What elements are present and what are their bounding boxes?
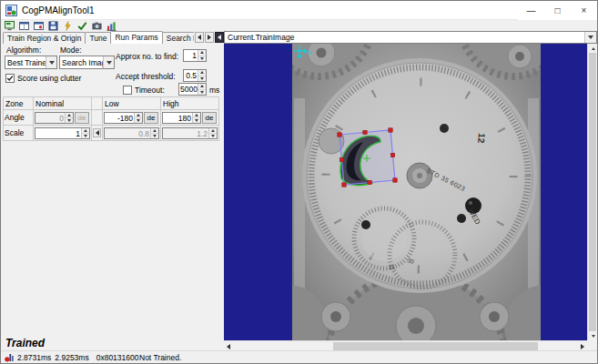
chevron-down-icon — [200, 77, 204, 80]
approx-count-spinner[interactable]: 1 — [183, 49, 207, 62]
chevron-up-icon — [592, 47, 595, 50]
cogpmalign-tool-window: CogPMAlignTool1 — □ × — [0, 0, 598, 364]
image-display-viewport[interactable]: 12 WED STD 35 6023 30 31 — [224, 44, 597, 350]
chevron-down-icon — [137, 119, 140, 122]
spin-down-button — [151, 134, 158, 138]
chevron-up-icon — [211, 129, 215, 132]
scale-high-spinner: 1.2 — [162, 127, 218, 139]
scroll-down-button[interactable] — [588, 331, 597, 340]
zone-row-label: Scale — [4, 126, 33, 140]
angle-high-spinner[interactable]: 180 — [162, 112, 201, 124]
status-result-code: 0x80131600 — [96, 353, 139, 362]
image-source-select[interactable]: Current.TrainImage — [224, 31, 597, 44]
scale-link-cell — [92, 126, 102, 140]
algorithm-dropdown-button[interactable] — [46, 56, 56, 68]
tab-scroll-right-button[interactable] — [205, 32, 214, 43]
caption-buttons: — □ × — [518, 1, 597, 20]
spin-down-button[interactable] — [198, 90, 206, 96]
minimize-button[interactable]: — — [518, 1, 544, 20]
chevron-down-icon — [211, 135, 215, 137]
save-icon[interactable] — [47, 21, 58, 31]
angle-low-spinner[interactable]: -180 — [104, 112, 143, 124]
close-button[interactable]: × — [571, 1, 597, 20]
tab-run-params[interactable]: Run Params — [110, 31, 162, 44]
dial-text-day: 12 — [476, 133, 487, 144]
zone-table-header: Zone — [4, 97, 33, 109]
timeout-value: 5000 — [179, 84, 198, 95]
chevron-up-icon — [200, 85, 204, 87]
train-image-display[interactable]: 12 WED STD 35 6023 30 31 — [292, 44, 541, 342]
watch-face-image: 12 WED STD 35 6023 30 31 — [292, 44, 541, 342]
tab-train-region-origin[interactable]: Train Region & Origin — [3, 32, 86, 44]
chevron-up-icon — [195, 114, 198, 116]
spin-down-button[interactable] — [135, 118, 142, 123]
scale-low-value: 0.8 — [105, 128, 150, 138]
mode-label: Mode: — [60, 46, 82, 55]
chevron-down-icon — [67, 119, 71, 122]
tab-tune[interactable]: Tune — [85, 32, 111, 44]
run-params-panel: Algorithm: Mode: Best Trained Search Ima… — [1, 44, 224, 350]
show-grid-icon[interactable] — [18, 21, 29, 31]
toolbar — [1, 20, 597, 31]
score-clutter-checkbox[interactable]: Score using clutter — [5, 74, 81, 83]
scale-nominal-cell: 1 — [34, 126, 91, 140]
status-time-2: 2.9253ms — [55, 353, 88, 362]
angle-nominal-cell: 0 de — [34, 110, 91, 125]
spinner-buttons — [198, 84, 206, 95]
algorithm-label: Algorithm: — [6, 46, 41, 55]
scale-high-cell: 1.2 — [161, 126, 218, 140]
chevron-up-icon — [137, 114, 140, 116]
chevron-right-icon — [581, 344, 584, 349]
spin-down-button[interactable] — [193, 118, 200, 123]
spinner-buttons — [208, 128, 217, 138]
zone-table-header: High — [161, 97, 218, 109]
spin-down-button[interactable] — [82, 134, 89, 138]
statusbar: 2.8731ms 2.9253ms 0x80131600 Not Trained… — [1, 350, 597, 363]
trained-state-label: Trained — [5, 337, 45, 349]
scroll-up-button[interactable] — [588, 44, 597, 53]
vertical-scrollbar[interactable] — [587, 44, 597, 340]
chevron-left-icon — [96, 130, 99, 136]
angle-low-unit-button[interactable]: de — [144, 112, 158, 124]
axis-x-label: x — [308, 49, 311, 56]
chevron-down-icon — [588, 35, 593, 39]
zone-table-header — [92, 97, 102, 109]
accept-icon[interactable] — [76, 21, 87, 31]
scroll-left-button[interactable] — [224, 341, 233, 350]
timeout-checkbox[interactable]: Timeout: — [123, 86, 165, 95]
checkbox-box — [5, 74, 15, 83]
maximize-button[interactable]: □ — [544, 1, 571, 20]
panel-menu-button[interactable] — [215, 32, 224, 43]
accept-threshold-spinner[interactable]: 0.5 — [183, 69, 207, 82]
results-chart-icon[interactable] — [106, 21, 117, 31]
scale-expand-button[interactable] — [93, 128, 101, 137]
vertical-scroll-thumb[interactable] — [589, 53, 596, 331]
tab-search-region[interactable]: Search Region — [162, 32, 194, 44]
algorithm-select[interactable]: Best Trained — [5, 56, 57, 69]
mode-dropdown-button[interactable] — [103, 56, 114, 68]
camera-icon[interactable] — [91, 21, 102, 31]
show-image-icon[interactable] — [33, 21, 44, 31]
horizontal-scrollbar[interactable] — [224, 340, 587, 350]
spin-down-button[interactable] — [198, 76, 206, 82]
horizontal-scroll-thumb[interactable] — [333, 342, 538, 350]
chevron-up-icon — [200, 51, 204, 54]
scale-nominal-spinner[interactable]: 1 — [35, 127, 90, 139]
spin-down-button[interactable] — [198, 56, 206, 62]
timeout-spinner[interactable]: 5000 — [178, 83, 207, 96]
tab-scroll-left-button[interactable] — [195, 32, 204, 43]
run-terminal-icon[interactable] — [4, 21, 15, 31]
chevron-right-icon — [208, 35, 211, 40]
zone-table-header: Low — [103, 97, 160, 109]
mode-select[interactable]: Search Image — [59, 56, 115, 69]
scroll-right-button[interactable] — [578, 341, 587, 350]
spinner-buttons — [65, 113, 73, 123]
chevron-down-icon — [49, 61, 55, 65]
angle-high-unit-button[interactable]: de — [202, 112, 217, 124]
image-source-value: Current.TrainImage — [225, 33, 584, 42]
angle-nominal-unit-button: de — [75, 112, 89, 124]
electric-run-icon[interactable] — [62, 21, 73, 31]
image-source-dropdown-button[interactable] — [584, 32, 596, 43]
accept-threshold-label: Accept threshold: — [116, 72, 176, 81]
chevron-up-icon — [153, 129, 157, 132]
